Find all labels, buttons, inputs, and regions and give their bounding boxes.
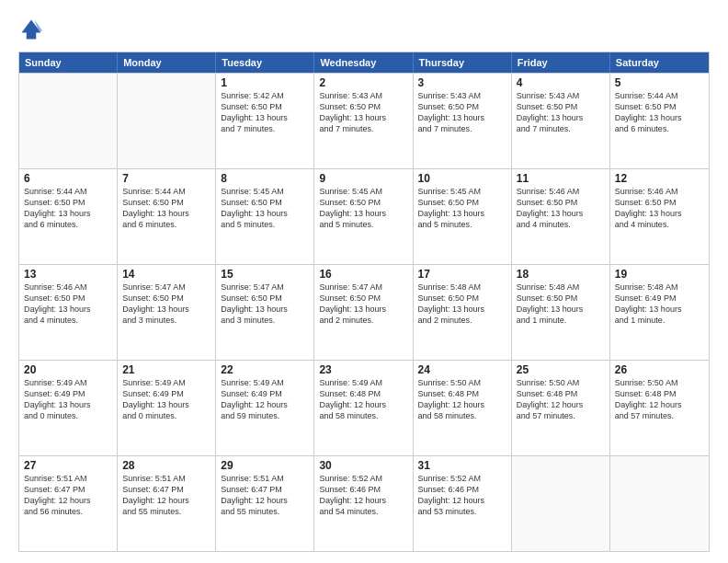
day-number: 18 (517, 268, 605, 281)
cell-line: and 5 minutes. (221, 219, 309, 230)
day-number: 1 (221, 76, 309, 89)
cell-line: Daylight: 12 hours (319, 399, 407, 410)
cal-cell-2: 2Sunrise: 5:43 AMSunset: 6:50 PMDaylight… (314, 74, 413, 168)
day-number: 3 (418, 76, 506, 89)
cell-line: Daylight: 12 hours (24, 495, 112, 506)
cell-line: and 3 minutes. (122, 315, 210, 326)
cell-line: Sunset: 6:47 PM (221, 484, 309, 495)
day-number: 24 (418, 363, 506, 376)
cell-line: Sunrise: 5:49 AM (319, 377, 407, 388)
cell-line: Sunset: 6:50 PM (615, 197, 704, 208)
cell-line: and 54 minutes. (319, 506, 407, 517)
logo (18, 17, 48, 42)
cell-line: Sunset: 6:50 PM (24, 293, 112, 304)
cell-line: Sunset: 6:50 PM (122, 293, 210, 304)
day-number: 28 (122, 459, 210, 472)
cell-line: Sunrise: 5:47 AM (319, 282, 407, 293)
cal-cell-empty-0-1 (118, 74, 216, 168)
cell-line: and 57 minutes. (615, 410, 704, 421)
cell-line: and 4 minutes. (517, 219, 605, 230)
cal-cell-31: 31Sunrise: 5:52 AMSunset: 6:46 PMDayligh… (414, 456, 512, 551)
header-thursday: Thursday (414, 52, 512, 73)
header (18, 17, 710, 42)
day-number: 10 (418, 172, 506, 185)
cell-line: Sunset: 6:49 PM (122, 388, 210, 399)
cell-line: Daylight: 12 hours (517, 399, 605, 410)
cell-line: Sunrise: 5:43 AM (517, 90, 605, 101)
cell-line: and 4 minutes. (615, 219, 704, 230)
cell-line: Sunset: 6:49 PM (221, 388, 309, 399)
cell-line: Sunset: 6:50 PM (517, 101, 605, 112)
cell-line: Sunrise: 5:48 AM (418, 282, 506, 293)
day-number: 19 (615, 268, 704, 281)
cell-line: and 2 minutes. (319, 315, 407, 326)
header-sunday: Sunday (19, 52, 118, 73)
cell-line: and 6 minutes. (615, 123, 704, 134)
cal-cell-19: 19Sunrise: 5:48 AMSunset: 6:49 PMDayligh… (610, 265, 709, 360)
cell-line: Daylight: 13 hours (221, 208, 309, 219)
cell-line: Sunset: 6:50 PM (418, 197, 506, 208)
cell-line: and 1 minute. (517, 315, 605, 326)
cell-line: and 55 minutes. (221, 506, 309, 517)
cell-line: and 4 minutes. (24, 315, 112, 326)
cell-line: Daylight: 13 hours (221, 112, 309, 123)
day-number: 15 (221, 268, 309, 281)
cell-line: Sunrise: 5:52 AM (418, 473, 506, 484)
cal-cell-26: 26Sunrise: 5:50 AMSunset: 6:48 PMDayligh… (610, 361, 709, 455)
cell-line: and 7 minutes. (221, 123, 309, 134)
cell-line: Sunrise: 5:44 AM (24, 186, 112, 197)
cell-line: and 0 minutes. (24, 410, 112, 421)
cell-line: Sunrise: 5:50 AM (418, 377, 506, 388)
cal-cell-empty-4-6 (610, 456, 709, 551)
cell-line: Sunrise: 5:46 AM (24, 282, 112, 293)
cell-line: Sunrise: 5:45 AM (221, 186, 309, 197)
cal-cell-18: 18Sunrise: 5:48 AMSunset: 6:50 PMDayligh… (512, 265, 610, 360)
cal-cell-7: 7Sunrise: 5:44 AMSunset: 6:50 PMDaylight… (118, 169, 216, 264)
day-number: 5 (615, 76, 704, 89)
cell-line: and 57 minutes. (517, 410, 605, 421)
logo-icon (18, 17, 44, 42)
day-number: 4 (517, 76, 605, 89)
cell-line: Daylight: 13 hours (615, 208, 704, 219)
cal-cell-10: 10Sunrise: 5:45 AMSunset: 6:50 PMDayligh… (414, 169, 512, 264)
cell-line: and 7 minutes. (319, 123, 407, 134)
day-number: 11 (517, 172, 605, 185)
cell-line: Daylight: 12 hours (418, 399, 506, 410)
cal-cell-17: 17Sunrise: 5:48 AMSunset: 6:50 PMDayligh… (414, 265, 512, 360)
cal-cell-16: 16Sunrise: 5:47 AMSunset: 6:50 PMDayligh… (314, 265, 413, 360)
cell-line: Sunrise: 5:43 AM (418, 90, 506, 101)
day-number: 31 (418, 459, 506, 472)
cell-line: Sunrise: 5:49 AM (221, 377, 309, 388)
cell-line: Sunrise: 5:44 AM (122, 186, 210, 197)
cal-cell-empty-0-0 (19, 74, 118, 168)
cell-line: Daylight: 13 hours (418, 208, 506, 219)
cell-line: Sunset: 6:50 PM (122, 197, 210, 208)
cell-line: Daylight: 13 hours (615, 112, 704, 123)
cell-line: Sunrise: 5:44 AM (615, 90, 704, 101)
cell-line: Daylight: 13 hours (24, 399, 112, 410)
cell-line: Sunrise: 5:46 AM (517, 186, 605, 197)
cal-cell-30: 30Sunrise: 5:52 AMSunset: 6:46 PMDayligh… (314, 456, 413, 551)
cell-line: Sunset: 6:46 PM (418, 484, 506, 495)
cal-cell-29: 29Sunrise: 5:51 AMSunset: 6:47 PMDayligh… (216, 456, 314, 551)
day-number: 14 (122, 268, 210, 281)
cell-line: Sunrise: 5:47 AM (221, 282, 309, 293)
cell-line: Sunset: 6:48 PM (517, 388, 605, 399)
cell-line: and 7 minutes. (517, 123, 605, 134)
day-number: 7 (122, 172, 210, 185)
cell-line: Daylight: 12 hours (319, 495, 407, 506)
header-monday: Monday (118, 52, 216, 73)
day-number: 29 (221, 459, 309, 472)
cell-line: and 7 minutes. (418, 123, 506, 134)
cell-line: and 6 minutes. (122, 219, 210, 230)
cell-line: Sunset: 6:50 PM (418, 101, 506, 112)
cell-line: Sunset: 6:50 PM (319, 101, 407, 112)
cell-line: Daylight: 13 hours (24, 304, 112, 315)
cell-line: Daylight: 13 hours (517, 304, 605, 315)
cell-line: Sunrise: 5:50 AM (615, 377, 704, 388)
cell-line: Sunrise: 5:48 AM (517, 282, 605, 293)
cell-line: Daylight: 13 hours (319, 208, 407, 219)
cell-line: and 1 minute. (615, 315, 704, 326)
cell-line: Sunrise: 5:50 AM (517, 377, 605, 388)
cell-line: Sunset: 6:49 PM (615, 293, 704, 304)
